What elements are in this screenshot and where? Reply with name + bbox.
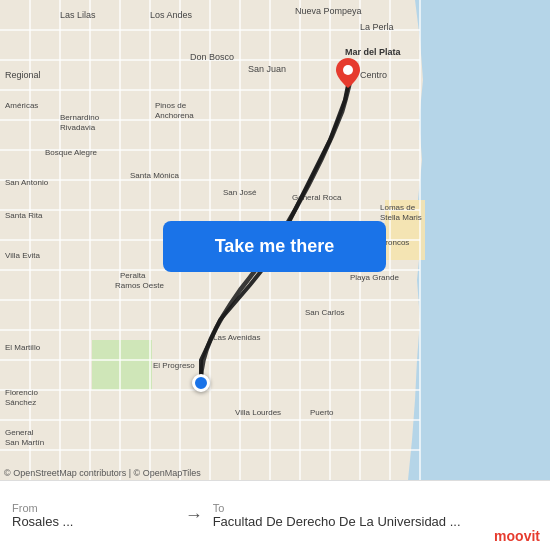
svg-text:Sánchez: Sánchez: [5, 398, 36, 407]
map-attribution: © OpenStreetMap contributors | © OpenMap…: [4, 468, 201, 478]
take-me-there-button[interactable]: Take me there: [163, 221, 386, 272]
svg-text:General Roca: General Roca: [292, 193, 342, 202]
svg-text:Peralta: Peralta: [120, 271, 146, 280]
svg-text:Regional: Regional: [5, 70, 41, 80]
svg-text:General: General: [5, 428, 34, 437]
svg-text:Santa Mónica: Santa Mónica: [130, 171, 179, 180]
svg-text:Villa Evita: Villa Evita: [5, 251, 41, 260]
svg-text:La Perla: La Perla: [360, 22, 394, 32]
svg-rect-2: [92, 340, 152, 390]
svg-text:Puerto: Puerto: [310, 408, 334, 417]
to-section: To Facultad De Derecho De La Universidad…: [213, 502, 538, 529]
svg-text:San José: San José: [223, 188, 257, 197]
from-label: From: [12, 502, 175, 514]
svg-text:Bernardino: Bernardino: [60, 113, 100, 122]
svg-text:Florencio: Florencio: [5, 388, 38, 397]
moovit-text: moovit: [494, 528, 540, 544]
svg-text:Rivadavia: Rivadavia: [60, 123, 96, 132]
bottom-bar: From Rosales ... → To Facultad De Derech…: [0, 480, 550, 550]
destination-pin: [336, 58, 360, 88]
map-container[interactable]: Las Lilas Los Andes Nueva Pompeya La Per…: [0, 0, 550, 480]
svg-text:San Martín: San Martín: [5, 438, 44, 447]
svg-text:Centro: Centro: [360, 70, 387, 80]
svg-text:Los Andes: Los Andes: [150, 10, 193, 20]
svg-text:Pinos de: Pinos de: [155, 101, 187, 110]
svg-text:Bosque Alegre: Bosque Alegre: [45, 148, 98, 157]
svg-text:El Martillo: El Martillo: [5, 343, 41, 352]
svg-text:Villa Lourdes: Villa Lourdes: [235, 408, 281, 417]
svg-text:El Progreso: El Progreso: [153, 361, 195, 370]
svg-text:San Carlos: San Carlos: [305, 308, 345, 317]
svg-point-71: [343, 65, 353, 75]
svg-text:Nueva Pompeya: Nueva Pompeya: [295, 6, 362, 16]
svg-text:Playa Grande: Playa Grande: [350, 273, 399, 282]
svg-text:Don Bosco: Don Bosco: [190, 52, 234, 62]
svg-text:San Antonio: San Antonio: [5, 178, 49, 187]
from-section: From Rosales ...: [12, 502, 175, 529]
to-label: To: [213, 502, 538, 514]
svg-text:Las Avenidas: Las Avenidas: [213, 333, 260, 342]
svg-text:Santa Rita: Santa Rita: [5, 211, 43, 220]
svg-text:Anchorena: Anchorena: [155, 111, 194, 120]
svg-text:San Juan: San Juan: [248, 64, 286, 74]
to-value: Facultad De Derecho De La Universidad ..…: [213, 514, 538, 529]
svg-text:Ramos Oeste: Ramos Oeste: [115, 281, 164, 290]
svg-text:Lomas de: Lomas de: [380, 203, 416, 212]
moovit-logo: moovit: [494, 528, 540, 544]
svg-text:Américas: Américas: [5, 101, 38, 110]
svg-text:Las Lilas: Las Lilas: [60, 10, 96, 20]
origin-dot: [192, 374, 210, 392]
svg-text:Mar del Plata: Mar del Plata: [345, 47, 402, 57]
svg-text:Stella Maris: Stella Maris: [380, 213, 422, 222]
arrow-icon: →: [185, 505, 203, 526]
from-value: Rosales ...: [12, 514, 175, 529]
